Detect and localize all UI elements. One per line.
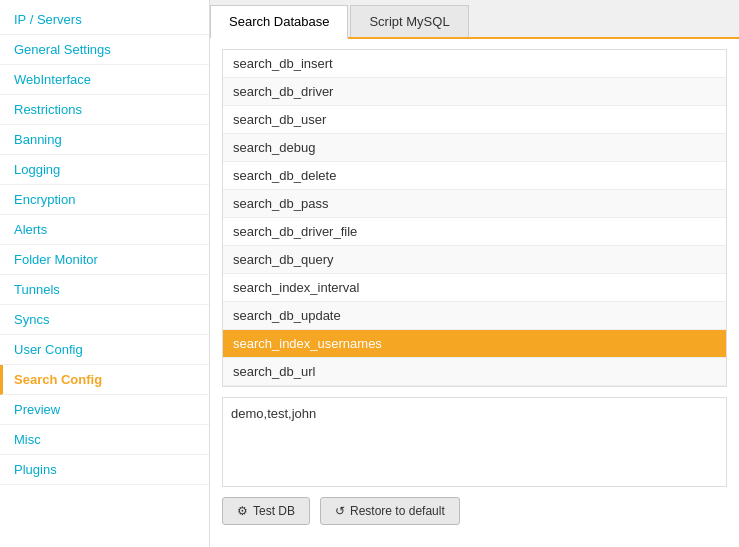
value-area: demo,test,john [222,397,727,487]
main-content: Search DatabaseScript MySQL search_db_in… [210,0,739,547]
config-item-search_db_delete[interactable]: search_db_delete [223,162,726,190]
actions-bar: ⚙ Test DB ↺ Restore to default [210,487,739,535]
sidebar-item-search-config[interactable]: Search Config [0,365,209,395]
sidebar-item-general-settings[interactable]: General Settings [0,35,209,65]
content-area: search_db_insertsearch_db_driversearch_d… [210,39,739,547]
config-item-search_db_url[interactable]: search_db_url [223,358,726,386]
restore-icon: ↺ [335,504,345,518]
sidebar: IP / ServersGeneral SettingsWebInterface… [0,0,210,547]
value-text: demo,test,john [231,406,316,421]
sidebar-item-encryption[interactable]: Encryption [0,185,209,215]
sidebar-item-plugins[interactable]: Plugins [0,455,209,485]
sidebar-item-ip-servers[interactable]: IP / Servers [0,5,209,35]
sidebar-item-webinterface[interactable]: WebInterface [0,65,209,95]
sidebar-item-alerts[interactable]: Alerts [0,215,209,245]
sidebar-item-logging[interactable]: Logging [0,155,209,185]
config-item-search_db_update[interactable]: search_db_update [223,302,726,330]
config-item-search_index_usernames[interactable]: search_index_usernames [223,330,726,358]
sidebar-item-restrictions[interactable]: Restrictions [0,95,209,125]
config-item-search_db_driver_file[interactable]: search_db_driver_file [223,218,726,246]
config-item-search_db_query[interactable]: search_db_query [223,246,726,274]
restore-label: Restore to default [350,504,445,518]
config-list: search_db_insertsearch_db_driversearch_d… [222,49,727,387]
test-db-label: Test DB [253,504,295,518]
sidebar-item-preview[interactable]: Preview [0,395,209,425]
restore-button[interactable]: ↺ Restore to default [320,497,460,525]
test-db-icon: ⚙ [237,504,248,518]
config-item-search_db_user[interactable]: search_db_user [223,106,726,134]
tab-script-mysql[interactable]: Script MySQL [350,5,468,37]
config-item-search_db_pass[interactable]: search_db_pass [223,190,726,218]
tab-search-database[interactable]: Search Database [210,5,348,39]
config-item-search_index_interval[interactable]: search_index_interval [223,274,726,302]
sidebar-item-user-config[interactable]: User Config [0,335,209,365]
sidebar-item-folder-monitor[interactable]: Folder Monitor [0,245,209,275]
config-item-search_db_driver[interactable]: search_db_driver [223,78,726,106]
config-item-search_debug[interactable]: search_debug [223,134,726,162]
sidebar-item-syncs[interactable]: Syncs [0,305,209,335]
config-item-search_db_insert[interactable]: search_db_insert [223,50,726,78]
tab-bar: Search DatabaseScript MySQL [210,0,739,39]
sidebar-item-banning[interactable]: Banning [0,125,209,155]
sidebar-item-misc[interactable]: Misc [0,425,209,455]
test-db-button[interactable]: ⚙ Test DB [222,497,310,525]
sidebar-item-tunnels[interactable]: Tunnels [0,275,209,305]
